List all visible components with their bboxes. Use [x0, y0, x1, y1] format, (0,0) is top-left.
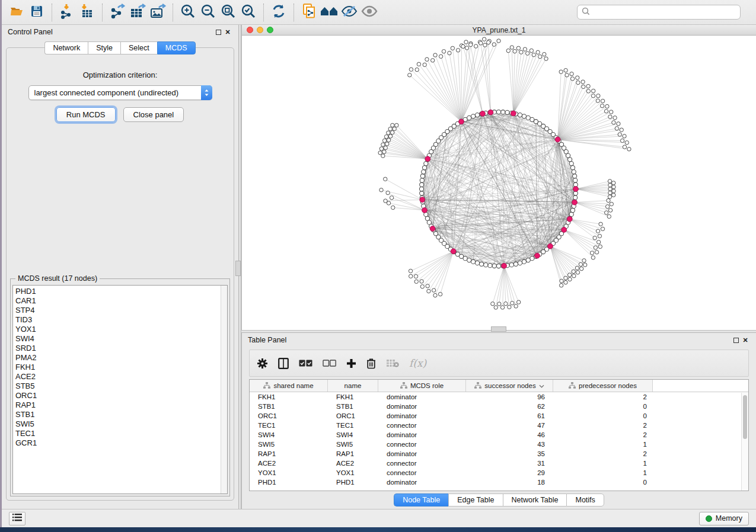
import-network-button[interactable] — [57, 3, 77, 22]
add-column-icon[interactable] — [346, 358, 356, 368]
table-row[interactable]: FKH1FKH1dominator962 — [250, 392, 748, 402]
first-neighbors-button[interactable] — [319, 3, 339, 22]
table-row[interactable]: ORC1ORC1dominator610 — [250, 411, 748, 421]
memory-button[interactable]: Memory — [699, 512, 749, 525]
first-neighbors-icon — [320, 4, 339, 21]
table-scrollbar[interactable] — [741, 393, 748, 491]
table-cell: RAP1 — [328, 450, 378, 457]
result-node-item[interactable]: SRD1 — [15, 344, 227, 353]
mcds-result-box: MCDS result (17 nodes) PHD1CAR1STP4TID3Y… — [10, 278, 230, 496]
tab-node-table[interactable]: Node Table — [394, 493, 448, 507]
show-all-button[interactable] — [359, 3, 379, 22]
result-node-item[interactable]: FKH1 — [15, 363, 227, 372]
zoom-selected-button[interactable] — [238, 3, 259, 22]
criterion-label: Optimization criterion: — [7, 70, 234, 79]
table-cell: YOX1 — [250, 469, 328, 476]
float-panel-icon[interactable] — [213, 28, 223, 36]
share-network-file-button[interactable] — [299, 3, 319, 22]
splitter-grip[interactable] — [235, 261, 241, 276]
column-header-MCDS-role[interactable]: MCDS role — [378, 380, 466, 392]
table-cell: TEC1 — [250, 422, 328, 429]
table-row[interactable]: SWI5SWI5connector431 — [250, 440, 748, 449]
run-mcds-button[interactable]: Run MCDS — [56, 107, 116, 122]
tab-mcds[interactable]: MCDS — [157, 41, 196, 55]
close-panel-button[interactable]: Close panel — [123, 107, 184, 122]
table-row[interactable]: PHD1PHD1dominator180 — [250, 477, 748, 487]
table-panel-title: Table Panel — [248, 336, 286, 344]
table-row[interactable]: SWI4SWI4dominator462 — [250, 430, 748, 440]
table-row[interactable]: TEC1TEC1connector472 — [250, 421, 748, 430]
scrollbar-thumb[interactable] — [743, 395, 747, 439]
result-node-item[interactable]: RAP1 — [15, 400, 227, 410]
table-row[interactable]: ACE2ACE2connector311 — [250, 459, 748, 468]
table-cell: connector — [378, 422, 466, 429]
node-table[interactable]: shared namenameMCDS rolesuccessor nodesp… — [249, 379, 749, 491]
result-node-item[interactable]: GCR1 — [15, 438, 227, 448]
select-all-icon[interactable] — [299, 360, 312, 367]
result-node-item[interactable]: TEC1 — [15, 429, 227, 438]
result-node-item[interactable]: STB1 — [15, 410, 227, 419]
table-panel: Table Panel ✕ f(x) shared namenameM — [241, 333, 756, 509]
result-node-item[interactable]: ACE2 — [15, 372, 227, 382]
criterion-dropdown[interactable]: largest connected component (undirected) — [28, 85, 212, 100]
result-node-item[interactable]: PMA2 — [15, 353, 227, 363]
mcds-result-list[interactable]: PHD1CAR1STP4TID3YOX1SWI4SRD1PMA2FKH1ACE2… — [12, 285, 228, 494]
column-header-successor-nodes[interactable]: successor nodes — [466, 380, 553, 392]
apply-layout-button[interactable] — [269, 3, 289, 22]
import-table-button[interactable] — [77, 3, 97, 22]
column-header-name[interactable]: name — [328, 380, 378, 392]
show-columns-icon[interactable] — [278, 358, 289, 369]
zoom-in-button[interactable] — [178, 3, 198, 22]
table-cell: TEC1 — [328, 422, 378, 429]
result-node-item[interactable]: ORC1 — [15, 391, 227, 400]
table-cell: STB1 — [328, 403, 378, 410]
export-image-button[interactable] — [148, 3, 168, 22]
tab-motifs[interactable]: Motifs — [566, 493, 604, 507]
result-node-item[interactable]: CAR1 — [15, 296, 227, 306]
tab-style[interactable]: Style — [88, 41, 120, 55]
result-node-item[interactable]: YOX1 — [15, 325, 227, 334]
network-titlebar[interactable]: YPA_prune.txt_1 — [242, 25, 756, 36]
deselect-all-icon[interactable] — [323, 360, 336, 367]
close-panel-icon[interactable]: ✕ — [223, 28, 232, 36]
zoom-out-button[interactable] — [198, 3, 218, 22]
search-box[interactable] — [577, 5, 741, 20]
list-scrollbar[interactable] — [221, 286, 227, 493]
result-node-item[interactable]: TID3 — [15, 315, 227, 325]
result-node-item[interactable]: PHD1 — [15, 287, 227, 296]
close-panel-icon[interactable]: ✕ — [741, 336, 750, 344]
tab-edge-table[interactable]: Edge Table — [448, 493, 502, 507]
tab-select[interactable]: Select — [120, 41, 157, 55]
save-session-button[interactable] — [27, 3, 47, 22]
table-cell: 46 — [466, 431, 553, 438]
horizontal-splitter[interactable] — [241, 330, 756, 333]
table-row[interactable]: RAP1RAP1dominator352 — [250, 449, 748, 459]
tab-network[interactable]: Network — [44, 41, 88, 55]
tab-network-table[interactable]: Network Table — [503, 493, 567, 507]
result-node-item[interactable]: SWI4 — [15, 334, 227, 344]
export-image-icon — [148, 3, 167, 21]
table-cell: 0 — [553, 403, 653, 410]
table-row[interactable]: STB1STB1dominator620 — [250, 402, 748, 411]
table-cell: dominator — [378, 479, 466, 486]
search-icon — [582, 7, 590, 17]
hide-selected-button[interactable] — [339, 3, 359, 22]
table-row[interactable]: YOX1YOX1connector291 — [250, 468, 748, 477]
column-header-shared-name[interactable]: shared name — [250, 380, 328, 392]
search-input[interactable] — [593, 8, 736, 17]
open-session-button[interactable] — [7, 3, 27, 22]
network-canvas[interactable] — [242, 36, 756, 330]
table-settings-gear-icon[interactable] — [257, 358, 268, 369]
export-network-button[interactable] — [107, 3, 127, 22]
result-node-item[interactable]: STB5 — [15, 382, 227, 391]
splitter-grip[interactable] — [491, 326, 506, 332]
result-node-item[interactable]: SWI5 — [15, 419, 227, 429]
float-panel-icon[interactable] — [731, 336, 741, 344]
task-history-button[interactable] — [9, 512, 25, 525]
column-header-predecessor-nodes[interactable]: predecessor nodes — [553, 380, 653, 392]
zoom-fit-button[interactable] — [218, 3, 238, 22]
vertical-splitter[interactable] — [238, 25, 241, 509]
result-node-item[interactable]: STP4 — [15, 306, 227, 315]
export-table-button[interactable] — [127, 3, 148, 22]
delete-column-trash-icon[interactable] — [366, 358, 376, 369]
